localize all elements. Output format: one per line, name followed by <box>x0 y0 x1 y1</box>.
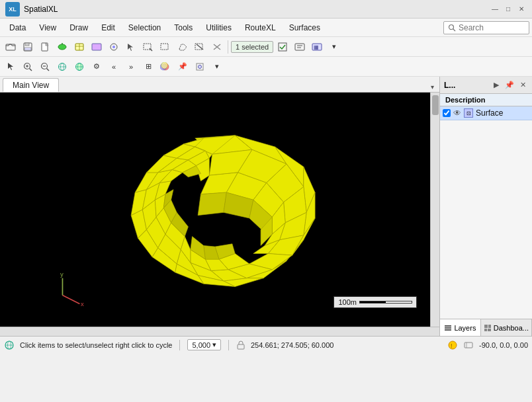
layer-checkbox[interactable] <box>443 109 451 117</box>
tb-sel-action3[interactable]: ▦ <box>309 39 325 55</box>
tb-select-rect[interactable] <box>157 39 173 55</box>
toolbar-separator <box>228 40 228 54</box>
search-input[interactable] <box>459 23 525 32</box>
tb-sel-action1[interactable] <box>275 39 290 55</box>
panel-tab-layers[interactable]: Layers <box>440 319 481 336</box>
svg-rect-125 <box>488 325 491 328</box>
tb2-cursor[interactable] <box>3 59 19 75</box>
status-scale-dropdown[interactable]: ▾ <box>212 341 216 349</box>
tb-new[interactable] <box>37 39 53 55</box>
tb2-forward[interactable]: » <box>123 59 139 75</box>
tab-dropdown[interactable]: ▾ <box>428 82 437 92</box>
tb2-zoom-out[interactable] <box>37 59 53 75</box>
svg-marker-30 <box>8 63 13 70</box>
layer-type-icon: ⊡ <box>464 108 473 118</box>
selection-badge: 1 selected <box>231 41 273 53</box>
tb2-zoom-in[interactable] <box>20 59 36 75</box>
tb-layer4[interactable] <box>106 39 122 55</box>
status-scale-box[interactable]: 5,000 ▾ <box>187 339 221 350</box>
menu-data[interactable]: Data <box>3 20 32 35</box>
tb-dropdown[interactable]: ▾ <box>326 39 342 55</box>
tb-cursor[interactable] <box>123 39 139 55</box>
vertical-scrollbar[interactable] <box>430 93 439 327</box>
search-box[interactable] <box>443 21 529 34</box>
layer-visibility-icon[interactable]: 👁 <box>453 108 461 118</box>
svg-line-117 <box>62 296 79 304</box>
tb2-globe-zoom[interactable] <box>54 59 70 75</box>
svg-rect-131 <box>238 344 244 349</box>
panel-pin-btn[interactable]: 📌 <box>503 80 516 90</box>
tb-zoom-region[interactable] <box>140 39 156 55</box>
svg-rect-24 <box>279 43 287 51</box>
tb-layer2[interactable] <box>71 39 87 55</box>
axis-indicator: x y <box>60 270 84 307</box>
titlebar-controls[interactable]: — □ ✕ <box>490 4 527 15</box>
panel-layer-row[interactable]: 👁 ⊡ Surface <box>440 106 532 120</box>
tab-main-view[interactable]: Main View <box>3 78 59 92</box>
svg-text:▦: ▦ <box>314 44 319 50</box>
toolbar1: 1 selected ▦ ▾ <box>0 37 532 57</box>
statusbar: Click items to select/unselect right cli… <box>0 336 532 353</box>
menu-draw[interactable]: Draw <box>63 20 95 35</box>
tb-open[interactable] <box>3 39 19 55</box>
dashboard-icon <box>484 324 492 332</box>
menu-selection[interactable]: Selection <box>122 20 167 35</box>
tb2-grid[interactable]: ⊞ <box>140 59 156 75</box>
tb-save[interactable] <box>20 39 36 55</box>
tb-select-poly[interactable] <box>175 39 191 55</box>
tb2-settings[interactable]: ⚙ <box>89 59 105 75</box>
svg-point-48 <box>199 65 202 68</box>
menu-view[interactable]: View <box>32 20 63 35</box>
tb2-more[interactable]: ▾ <box>209 59 225 75</box>
layers-icon <box>444 324 452 332</box>
tb-clear[interactable] <box>209 39 225 55</box>
svg-line-1 <box>453 28 456 31</box>
menu-routexl[interactable]: RouteXL <box>238 20 283 35</box>
panel-bottom-tabs: Layers Dashboa... <box>440 319 532 336</box>
tb-layer1[interactable] <box>54 39 70 55</box>
tb2-color[interactable] <box>157 59 173 75</box>
svg-point-0 <box>449 24 454 29</box>
svg-line-32 <box>30 68 32 71</box>
svg-marker-106 <box>198 192 226 216</box>
menu-surfaces[interactable]: Surfaces <box>283 20 327 35</box>
toolbar2: ⚙ « » ⊞ 📌 ▾ <box>0 57 532 77</box>
menu-tools[interactable]: Tools <box>167 20 199 35</box>
svg-point-46 <box>161 62 168 69</box>
svg-rect-122 <box>445 327 451 329</box>
panel-play-btn[interactable]: ▶ <box>492 80 501 90</box>
svg-text:y: y <box>60 270 64 278</box>
status-hint: Click items to select/unselect right cli… <box>20 341 172 349</box>
tb2-pin[interactable]: 📌 <box>175 59 191 75</box>
app-icon: XL <box>5 2 20 17</box>
menu-edit[interactable]: Edit <box>95 20 122 35</box>
scrollbar-thumb[interactable] <box>432 95 439 115</box>
svg-rect-5 <box>24 48 31 50</box>
horizontal-scrollbar[interactable] <box>0 327 439 336</box>
tb-deselect[interactable] <box>192 39 208 55</box>
close-button[interactable]: ✕ <box>516 4 527 15</box>
menu-utilities[interactable]: Utilities <box>199 20 238 35</box>
3d-viewport: x y <box>0 93 430 327</box>
svg-rect-25 <box>295 44 304 50</box>
tb2-globe-full[interactable] <box>71 59 87 75</box>
svg-point-132 <box>449 341 457 349</box>
tb2-snap[interactable] <box>192 59 208 75</box>
panel-close-btn[interactable]: ✕ <box>518 80 528 90</box>
maximize-button[interactable]: □ <box>503 4 513 15</box>
svg-rect-126 <box>484 329 487 331</box>
titlebar-left: XL SpatialXL <box>5 2 58 17</box>
minimize-button[interactable]: — <box>490 4 500 15</box>
status-sep2 <box>228 340 229 350</box>
svg-rect-4 <box>25 43 29 46</box>
svg-rect-12 <box>92 44 101 50</box>
svg-rect-127 <box>488 329 491 331</box>
tb-layer3[interactable] <box>89 39 105 55</box>
main-area: Main View ▾ <box>0 77 532 336</box>
status-globe-icon <box>4 340 15 350</box>
svg-text:x: x <box>81 300 84 307</box>
app-title: SpatialXL <box>24 5 58 14</box>
tb-sel-action2[interactable] <box>292 39 308 55</box>
tb2-back[interactable]: « <box>106 59 122 75</box>
panel-tab-dashboard[interactable]: Dashboa... <box>481 319 532 336</box>
